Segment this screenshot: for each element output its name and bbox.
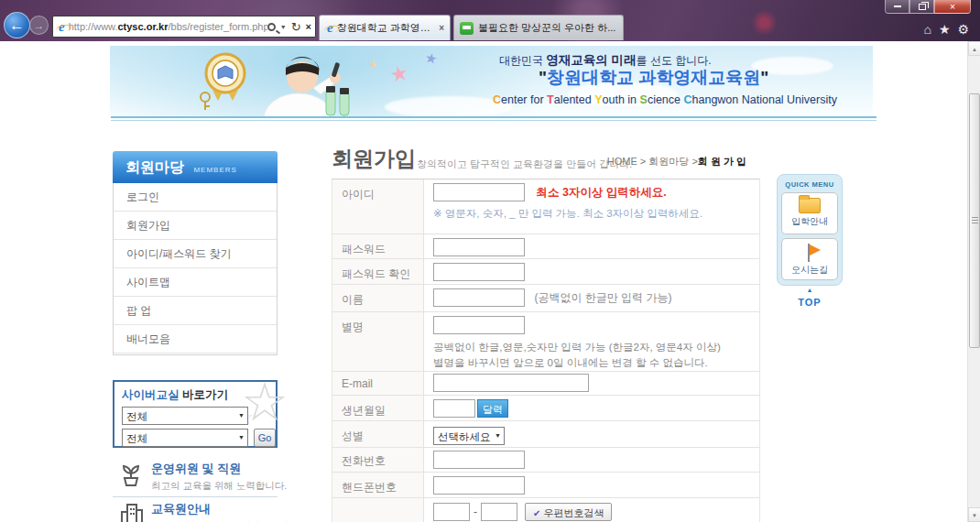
star-decoration: ★	[388, 62, 410, 86]
sidebar-item-popup[interactable]: 팝 업	[114, 297, 277, 325]
forward-button[interactable]: →	[29, 16, 49, 35]
quick-menu-admission[interactable]: 입학안내	[781, 192, 838, 234]
nickname-input[interactable]	[433, 316, 525, 334]
check-icon: ✔	[533, 508, 540, 518]
sidebar-item-find-id-password[interactable]: 아이디/패스워드 찾기	[114, 240, 277, 268]
minimize-button[interactable]	[885, 0, 909, 14]
address-bar[interactable]: e http://www.ctysc.or.kr/bbs/register_fo…	[52, 16, 316, 38]
zip-dash: -	[474, 506, 477, 518]
star-decoration: ★	[424, 50, 439, 66]
chevron-down-icon[interactable]: ▼	[280, 24, 287, 30]
tab-label: 불필요한 망상꾼의 우아한 하...	[478, 21, 617, 35]
zip1-input[interactable]	[433, 503, 470, 521]
quick-menu-label: 입학안내	[782, 215, 837, 228]
id-note: ※ 영문자, 숫자, _ 만 입력 가능. 최소 3자이상 입력하세요.	[433, 207, 759, 221]
id-error-message: 최소 3자이상 입력하세요.	[536, 186, 666, 199]
quick-menu-header: QUICK MENU	[781, 180, 838, 189]
ie-icon: e	[327, 21, 333, 35]
quick-menu-directions[interactable]: 오시는길	[781, 238, 838, 280]
form-row-id: 아이디 최소 3자이상 입력하세요. ※ 영문자, 숫자, _ 만 입력 가능.…	[332, 179, 759, 234]
close-button[interactable]: ×	[934, 0, 971, 14]
calendar-button[interactable]: 달력	[477, 399, 508, 418]
page-title: 회원가입	[332, 145, 416, 173]
quick-menu-label: 오시는길	[782, 264, 837, 277]
mobile-input[interactable]	[433, 476, 525, 495]
refresh-icon[interactable]: ↻	[291, 20, 301, 34]
vertical-scrollbar[interactable]: ▲ ▼	[967, 41, 980, 522]
browser-chrome: × ← → e http://www.ctysc.or.kr/bbs/regis…	[0, 0, 980, 41]
forward-arrow-icon: →	[34, 19, 45, 32]
folder-icon	[799, 198, 821, 213]
breadcrumb: HOME > 회원마당 >회 원 가 입	[496, 155, 746, 169]
scrollbar-thumb[interactable]	[969, 93, 980, 348]
search-icon[interactable]	[267, 23, 276, 31]
nickname-note-2: 별명을 바꾸시면 앞으로 0일 이내에는 변경 할 수 없습니다.	[433, 355, 759, 371]
restore-icon	[919, 4, 926, 10]
cyber-classroom-title: 사이버교실 바로가기	[122, 387, 276, 403]
scroll-to-top-button[interactable]: ▲ TOP	[777, 287, 843, 310]
browser-toolbar: ⌂ ★ ⚙	[923, 22, 969, 37]
form-row-password-confirm: 패스워드 확인	[332, 259, 759, 285]
scrollbar-grip	[972, 217, 978, 223]
back-button[interactable]: ←	[4, 12, 30, 38]
sidebar-item-sitemap[interactable]: 사이트맵	[114, 268, 277, 297]
email-input[interactable]	[433, 374, 589, 392]
promo-staff[interactable]: 운영위원 및 직원 최고의 교육을 위해 노력합니다.	[113, 461, 278, 493]
promo-center-info[interactable]: 교육원안내 과학영재교육원을 안내해드립니다.	[113, 501, 278, 522]
home-icon[interactable]: ⌂	[923, 22, 931, 37]
favorites-star-icon[interactable]: ★	[939, 22, 951, 37]
url-host: ctysc.or.kr	[117, 21, 168, 32]
field-label: 이름	[332, 285, 424, 311]
tab-close-icon[interactable]: ×	[439, 23, 444, 33]
scrollbar-up-button[interactable]: ▲	[968, 41, 980, 56]
promo-title: 운영위원 및 직원	[151, 461, 278, 477]
form-row-name: 이름 (공백없이 한글만 입력 가능)	[332, 285, 759, 312]
field-label: 별명	[332, 312, 424, 371]
tab-inactive[interactable]: 불필요한 망상꾼의 우아한 하...	[453, 15, 624, 40]
chevron-down-icon: ▼	[238, 434, 245, 440]
sidebar-item-login[interactable]: 로그인	[114, 183, 277, 212]
sidebar-item-banners[interactable]: 배너모음	[114, 325, 277, 353]
stop-icon[interactable]: ×	[306, 21, 311, 32]
gender-select[interactable]: 선택하세요▼	[433, 427, 505, 445]
go-button[interactable]: Go	[254, 429, 276, 447]
promo-desc: 최고의 교육을 위해 노력합니다.	[151, 480, 278, 493]
birthdate-input[interactable]	[433, 399, 475, 418]
scrollbar-down-button[interactable]: ▼	[968, 507, 980, 522]
phone-input[interactable]	[433, 451, 525, 469]
sidebar-title: 회원마당	[125, 159, 184, 175]
zipcode-search-button[interactable]: ✔우편번호검색	[525, 503, 612, 521]
site-banner: ★ ★ ★ 대한민국 영재교육의 미래를 선도 합니다. "창원대학교 과학영재…	[110, 46, 873, 116]
cyber-classroom-box: ☆ ☆ 사이버교실 바로가기 전체▼ 전체▼ Go	[113, 380, 278, 448]
crest-logo	[194, 49, 251, 114]
name-input[interactable]	[433, 288, 525, 307]
sidebar-item-register[interactable]: 회원가입	[114, 212, 277, 240]
form-row-mobile: 핸드폰번호	[332, 473, 759, 498]
field-label: 패스워드	[332, 234, 424, 258]
field-label: 생년월일	[332, 396, 424, 420]
top-label: TOP	[798, 297, 821, 308]
banner-divider	[111, 116, 877, 123]
field-label: 아이디	[332, 179, 424, 234]
sidebar-subtitle: MEMBERS	[193, 166, 236, 174]
register-form: 아이디 최소 3자이상 입력하세요. ※ 영문자, 숫자, _ 만 입력 가능.…	[332, 179, 760, 522]
field-label: E-mail	[332, 372, 424, 395]
url-text[interactable]: http://www.ctysc.or.kr/bbs/register_form…	[69, 21, 267, 32]
zip2-input[interactable]	[481, 503, 517, 521]
cyber-subcategory-select[interactable]: 전체▼	[122, 429, 248, 447]
password-confirm-input[interactable]	[433, 263, 525, 281]
password-input[interactable]	[433, 238, 525, 256]
restore-button[interactable]	[909, 0, 934, 14]
form-row-nickname: 별명 공백없이 한글,영문,숫자만 입력 가능 (한글2자, 영문4자 이상) …	[332, 312, 759, 372]
gear-icon[interactable]: ⚙	[957, 22, 969, 37]
url-protocol: http://www.	[69, 21, 118, 32]
zipcode-search-label: 우편번호검색	[543, 507, 604, 518]
cyber-category-select[interactable]: 전체▼	[122, 407, 248, 425]
tab-active[interactable]: e 창원대학교 과학영재교육... ×	[319, 15, 451, 40]
seedling-icon	[120, 462, 142, 486]
id-input[interactable]	[433, 183, 525, 201]
form-row-gender: 성별 선택하세요▼	[332, 421, 759, 448]
ie-icon: e	[59, 20, 65, 34]
name-hint: (공백없이 한글만 입력 가능)	[534, 291, 671, 304]
field-label	[332, 498, 424, 522]
